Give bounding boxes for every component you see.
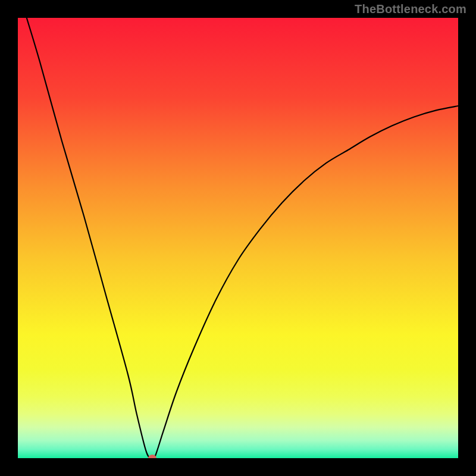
bottleneck-curve-path [27, 18, 458, 458]
curve-layer [18, 18, 458, 458]
chart-frame: TheBottleneck.com [0, 0, 476, 476]
minimum-marker [148, 455, 156, 458]
watermark-text: TheBottleneck.com [355, 2, 466, 16]
plot-area [18, 18, 458, 458]
